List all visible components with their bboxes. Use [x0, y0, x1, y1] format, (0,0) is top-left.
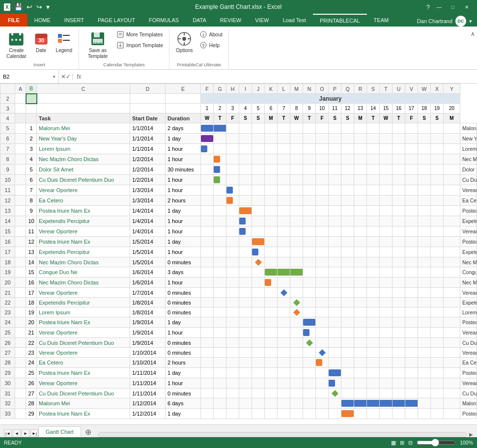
gantt-cell-27-day-7[interactable] [278, 348, 290, 358]
cell-A10[interactable] [15, 175, 26, 185]
gantt-cell-22-day-18[interactable] [418, 298, 431, 308]
col-B[interactable]: B [26, 84, 37, 94]
gantt-cell-23-day-15[interactable] [380, 308, 393, 317]
gantt-cell-20-day-9[interactable] [303, 278, 316, 288]
cell-D15[interactable]: 1/4/2014 [130, 226, 166, 237]
gantt-cell-23-day-13[interactable] [354, 308, 367, 317]
gantt-cell-13-day-11[interactable] [329, 206, 341, 216]
gantt-cell-27-day-8[interactable] [290, 348, 303, 358]
gantt-cell-20-day-17[interactable] [405, 278, 418, 288]
cell-B7[interactable]: 3 [26, 144, 37, 154]
gantt-cell-11-day-9[interactable] [303, 185, 316, 196]
gantt-cell-32-day-9[interactable] [303, 398, 316, 409]
gantt-cell-32-day-4[interactable] [239, 398, 252, 409]
cell-C27[interactable]: Verear Oportere [37, 348, 130, 358]
gantt-cell-7-day-18[interactable] [418, 144, 431, 154]
gantt-cell-23-day-4[interactable] [239, 308, 252, 317]
gantt-cell-25-day-7[interactable] [278, 328, 290, 338]
gantt-cell-32-day-10[interactable] [316, 398, 329, 409]
gantt-cell-31-day-6[interactable] [265, 389, 278, 398]
gantt-cell-29-day-19[interactable] [431, 368, 444, 378]
gantt-cell-28-day-18[interactable] [418, 358, 431, 368]
gantt-cell-14-day-17[interactable] [405, 216, 418, 226]
gantt-cell-6-day-20[interactable] [444, 134, 460, 144]
gantt-cell-21-day-11[interactable] [329, 288, 341, 298]
gantt-cell-22-day-11[interactable] [329, 298, 341, 308]
gantt-cell-7-day-19[interactable] [431, 144, 444, 154]
gantt-cell-23-day-18[interactable] [418, 308, 431, 317]
gantt-cell-11-day-20[interactable] [444, 185, 460, 196]
gantt-cell-22-day-6[interactable] [265, 298, 278, 308]
gantt-cell-9-day-4[interactable] [239, 165, 252, 175]
gantt-cell-11-day-5[interactable] [252, 185, 265, 196]
col-V[interactable]: V [405, 84, 418, 94]
cell-E16[interactable]: 1 day [166, 237, 201, 247]
gantt-cell-14-day-1[interactable] [201, 216, 214, 226]
col-M[interactable]: M [290, 84, 303, 94]
cell-C16[interactable]: Postea Iriure Nam Ex [37, 237, 130, 247]
gantt-cell-13-day-5[interactable] [252, 206, 265, 216]
gantt-cell-14-day-7[interactable] [278, 216, 290, 226]
save-as-template-button[interactable]: SAVE Save asTemplate [83, 29, 112, 61]
gantt-cell-13-day-8[interactable] [290, 206, 303, 216]
gantt-cell-5-day-8[interactable] [290, 123, 303, 134]
gantt-cell-27-day-5[interactable] [252, 348, 265, 358]
cell-D31[interactable]: 1/11/2014 [130, 389, 166, 398]
cell-A28[interactable] [15, 358, 26, 368]
col-A[interactable]: A [15, 84, 26, 94]
gantt-cell-32-day-8[interactable] [290, 398, 303, 409]
help-icon[interactable]: ? [426, 3, 430, 11]
gantt-cell-23-day-19[interactable] [431, 308, 444, 317]
gantt-cell-20-day-10[interactable] [316, 278, 329, 288]
gantt-cell-30-day-12[interactable] [341, 378, 354, 389]
gantt-cell-16-day-10[interactable] [316, 237, 329, 247]
col-P[interactable]: P [329, 84, 341, 94]
gantt-cell-18-day-9[interactable] [303, 257, 316, 267]
gantt-cell-28-day-12[interactable] [341, 358, 354, 368]
gantt-cell-17-day-19[interactable] [431, 247, 444, 257]
gantt-cell-10-day-10[interactable] [316, 175, 329, 185]
gantt-cell-29-day-13[interactable] [354, 368, 367, 378]
maximize-btn[interactable]: □ [447, 2, 459, 11]
gantt-cell-16-day-7[interactable] [278, 237, 290, 247]
gantt-cell-16-day-2[interactable] [214, 237, 226, 247]
cell-C6[interactable]: New Year's Day [37, 134, 130, 144]
gantt-cell-27-day-10[interactable] [316, 348, 329, 358]
gantt-cell-24-day-19[interactable] [431, 317, 444, 328]
gantt-cell-21-day-15[interactable] [380, 288, 393, 298]
cell-D12[interactable]: 1/3/2014 [130, 196, 166, 206]
gantt-cell-20-day-15[interactable] [380, 278, 393, 288]
gantt-cell-33-day-19[interactable] [431, 409, 444, 419]
col-E[interactable]: E [166, 84, 201, 94]
gantt-cell-30-day-17[interactable] [405, 378, 418, 389]
gantt-cell-21-day-13[interactable] [354, 288, 367, 298]
gantt-cell-26-day-18[interactable] [418, 338, 431, 348]
cell-C3[interactable] [37, 104, 130, 113]
gantt-cell-29-day-3[interactable] [226, 368, 239, 378]
gantt-cell-19-day-17[interactable] [405, 267, 418, 278]
gantt-cell-22-day-15[interactable] [380, 298, 393, 308]
gantt-cell-15-day-10[interactable] [316, 226, 329, 237]
gantt-cell-17-day-1[interactable] [201, 247, 214, 257]
gantt-cell-13-day-15[interactable] [380, 206, 393, 216]
ribbon-collapse-btn[interactable]: ∧ [469, 28, 477, 69]
gantt-cell-28-day-4[interactable] [239, 358, 252, 368]
gantt-cell-33-day-9[interactable] [303, 409, 316, 419]
gantt-cell-10-day-9[interactable] [303, 175, 316, 185]
cell-E28[interactable]: 2 hours [166, 358, 201, 368]
gantt-cell-23-day-17[interactable] [405, 308, 418, 317]
gantt-cell-20-day-1[interactable] [201, 278, 214, 288]
cell-A12[interactable] [15, 196, 26, 206]
legend-button[interactable]: Legend [54, 29, 75, 55]
tab-page-layout[interactable]: PAGE LAYOUT [91, 14, 142, 27]
gantt-cell-15-day-4[interactable] [239, 226, 252, 237]
gantt-cell-16-day-19[interactable] [431, 237, 444, 247]
gantt-cell-31-day-19[interactable] [431, 389, 444, 398]
cell-C19[interactable]: Congue Duo Ne [37, 267, 130, 278]
gantt-cell-33-day-6[interactable] [265, 409, 278, 419]
gantt-cell-17-day-3[interactable] [226, 247, 239, 257]
gantt-cell-19-day-10[interactable] [316, 267, 329, 278]
gantt-cell-14-day-15[interactable] [380, 216, 393, 226]
gantt-cell-12-day-12[interactable] [341, 196, 354, 206]
gantt-cell-25-day-18[interactable] [418, 328, 431, 338]
